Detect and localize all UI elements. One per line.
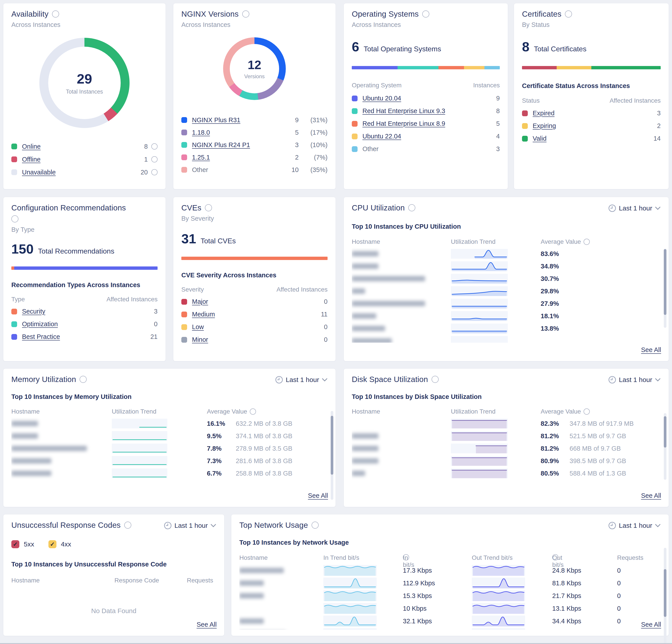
time-range-dropdown[interactable]: Last 1 hour [608,522,661,529]
see-all-link[interactable]: See All [641,621,661,628]
legend-row: Other 10 (35%) [181,164,327,176]
legend-swatch [11,169,17,175]
hostname-cell[interactable] [11,446,87,451]
info-icon[interactable] [312,522,319,529]
row-swatch [352,96,358,102]
hostname-cell[interactable] [352,264,379,269]
row-swatch [352,108,358,114]
status-link[interactable]: Online [22,143,41,150]
info-icon[interactable] [250,408,256,415]
legend-swatch [11,156,17,162]
scrollbar-thumb[interactable] [664,416,667,448]
info-icon[interactable] [584,408,590,415]
see-all-link[interactable]: See All [641,346,661,354]
info-icon[interactable] [552,554,559,560]
checkbox[interactable]: ✓ [48,540,57,548]
time-range-dropdown[interactable]: Last 1 hour [608,376,661,384]
affected-count: 3 [154,308,158,315]
info-icon[interactable] [151,169,158,175]
info-icon[interactable] [11,215,19,223]
checkbox[interactable]: ✓ [11,540,19,548]
rec-type-link[interactable]: Best Practice [22,333,60,341]
hostname-cell[interactable] [239,593,264,598]
see-all-link[interactable]: See All [308,492,328,499]
time-range-dropdown[interactable]: Last 1 hour [275,376,327,384]
card-subtitle: By Severity [181,215,327,222]
hostname-cell[interactable] [11,471,51,476]
hostname-cell[interactable] [239,568,284,573]
severity-link[interactable]: Minor [192,336,208,343]
hostname-cell[interactable] [352,301,425,306]
hostname-cell[interactable] [352,276,425,281]
status-link[interactable]: Unavailable [22,169,56,176]
scrollbar-thumb[interactable] [664,569,667,617]
average-value: 80.9% [541,457,559,465]
info-icon[interactable] [242,10,249,17]
table-row: 15.3 Kbps 21.7 Kbps 0 [239,589,661,602]
hostname-cell[interactable] [352,458,379,464]
severity-link[interactable]: Major [192,298,208,305]
time-range-dropdown[interactable]: Last 1 hour [164,522,216,529]
memory-table: 16.1% 632.2 MB of 3.8 GB 9.5% 374.1 MB o… [11,417,327,481]
see-all-link[interactable]: See All [197,621,217,628]
utilization-sparkline [112,443,167,453]
info-icon[interactable] [565,10,572,17]
rec-type-link[interactable]: Optimization [22,320,58,328]
scrollbar-thumb[interactable] [331,416,333,475]
info-icon[interactable] [408,204,415,211]
os-link[interactable]: Red Hat Enterprise Linux 8.9 [362,120,445,127]
hostname-cell[interactable] [352,313,376,319]
cert-status-link[interactable]: Expiring [533,122,556,130]
info-icon[interactable] [151,156,158,163]
version-link[interactable]: NGINX Plus R24 P1 [192,141,250,149]
os-link[interactable]: Other [362,145,379,153]
version-link[interactable]: 1.18.0 [192,129,210,136]
version-percent: (10%) [299,141,327,149]
hostname-cell[interactable] [239,618,264,624]
info-icon[interactable] [422,10,429,17]
info-icon[interactable] [403,554,409,560]
hostname-cell[interactable] [352,446,379,451]
card-title: Configuration Recommendations [11,203,158,212]
hostname-cell[interactable] [239,581,264,586]
hostname-cell[interactable] [352,433,379,439]
info-icon[interactable] [205,204,212,211]
affected-count: 0 [154,320,158,328]
severity-link[interactable]: Low [192,323,204,331]
hostname-cell[interactable] [11,433,38,439]
os-link[interactable]: Ubuntu 22.04 [362,133,401,140]
time-range-dropdown[interactable]: Last 1 hour [608,204,661,212]
cert-status-link[interactable]: Valid [533,135,547,142]
cert-status-link[interactable]: Expired [533,109,554,117]
utilization-sparkline [451,324,508,333]
hostname-cell[interactable] [352,288,365,294]
version-link[interactable]: Other [192,166,208,174]
utilization-sparkline [451,336,508,343]
os-link[interactable]: Red Hat Enterprise Linux 9.3 [362,107,445,115]
status-link[interactable]: Offline [22,156,40,163]
column-header-average: Average Value [541,238,581,245]
hostname-cell[interactable] [352,251,379,257]
scrollbar-thumb[interactable] [664,249,667,315]
requests-value: 0 [617,567,621,574]
info-icon[interactable] [124,522,131,529]
os-link[interactable]: Ubuntu 20.04 [362,95,401,102]
table-row: Major 0 [181,295,327,308]
hostname-cell[interactable] [352,326,385,331]
info-icon[interactable] [432,376,439,383]
severity-link[interactable]: Medium [192,311,215,318]
hostname-cell[interactable] [11,458,51,464]
hostname-cell[interactable] [352,338,392,343]
row-swatch [11,334,17,340]
version-link[interactable]: 1.25.1 [192,154,210,161]
info-icon[interactable] [52,10,59,17]
version-link[interactable]: NGINX Plus R31 [192,117,240,124]
rec-type-link[interactable]: Security [22,308,45,315]
hostname-cell[interactable] [352,471,365,476]
info-icon[interactable] [80,376,87,383]
info-icon[interactable] [151,143,158,150]
hostname-cell[interactable] [11,421,38,426]
see-all-link[interactable]: See All [641,492,661,499]
info-icon[interactable] [584,239,590,245]
section-heading: Top 10 Instances by Disk Space Utilizati… [352,393,661,401]
